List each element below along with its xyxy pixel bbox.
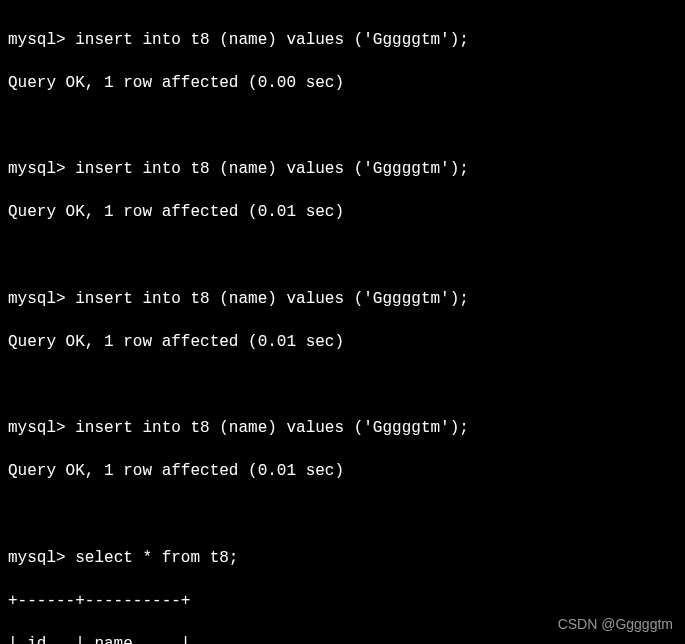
sql-command: insert into t8 (name) values ('Gggggtm')… (75, 160, 469, 178)
blank-line (8, 505, 677, 527)
sql-command: insert into t8 (name) values ('Gggggtm')… (75, 31, 469, 49)
sql-command: insert into t8 (name) values ('Gggggtm')… (75, 419, 469, 437)
table-header: | id | name | (8, 634, 677, 644)
prompt: mysql> (8, 160, 75, 178)
prompt: mysql> (8, 290, 75, 308)
command-line: mysql> insert into t8 (name) values ('Gg… (8, 418, 677, 440)
watermark-text: CSDN @Gggggtm (558, 615, 673, 634)
command-line: mysql> insert into t8 (name) values ('Gg… (8, 289, 677, 311)
blank-line (8, 246, 677, 268)
result-line: Query OK, 1 row affected (0.01 sec) (8, 332, 677, 354)
prompt: mysql> (8, 419, 75, 437)
command-line: mysql> select * from t8; (8, 548, 677, 570)
prompt: mysql> (8, 549, 75, 567)
command-line: mysql> insert into t8 (name) values ('Gg… (8, 30, 677, 52)
table-border: +------+----------+ (8, 591, 677, 613)
terminal-output: mysql> insert into t8 (name) values ('Gg… (8, 8, 677, 644)
result-line: Query OK, 1 row affected (0.01 sec) (8, 461, 677, 483)
result-line: Query OK, 1 row affected (0.01 sec) (8, 202, 677, 224)
command-line: mysql> insert into t8 (name) values ('Gg… (8, 159, 677, 181)
prompt: mysql> (8, 31, 75, 49)
blank-line (8, 375, 677, 397)
blank-line (8, 116, 677, 138)
sql-command: insert into t8 (name) values ('Gggggtm')… (75, 290, 469, 308)
sql-command: select * from t8; (75, 549, 238, 567)
result-line: Query OK, 1 row affected (0.00 sec) (8, 73, 677, 95)
